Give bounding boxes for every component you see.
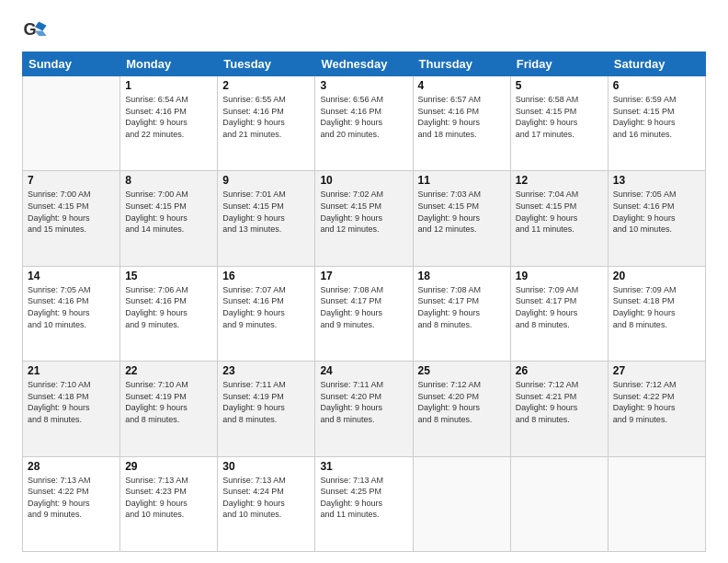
- calendar-cell: 28Sunrise: 7:13 AM Sunset: 4:22 PM Dayli…: [23, 456, 120, 551]
- day-number: 21: [28, 364, 115, 377]
- day-info: Sunrise: 7:10 AM Sunset: 4:18 PM Dayligh…: [28, 379, 115, 425]
- calendar-cell: 31Sunrise: 7:13 AM Sunset: 4:25 PM Dayli…: [315, 456, 413, 551]
- calendar-cell: 8Sunrise: 7:00 AM Sunset: 4:15 PM Daylig…: [120, 171, 218, 266]
- day-number: 15: [125, 270, 212, 282]
- day-number: 29: [125, 460, 212, 473]
- calendar-cell: 4Sunrise: 6:57 AM Sunset: 4:16 PM Daylig…: [413, 76, 510, 171]
- day-info: Sunrise: 7:02 AM Sunset: 4:15 PM Dayligh…: [320, 189, 407, 235]
- weekday-header-wednesday: Wednesday: [315, 52, 413, 76]
- day-number: 10: [320, 174, 407, 187]
- calendar-cell: 15Sunrise: 7:06 AM Sunset: 4:16 PM Dayli…: [120, 266, 218, 361]
- svg-marker-2: [35, 30, 47, 36]
- weekday-header-tuesday: Tuesday: [218, 52, 315, 76]
- calendar-cell: 17Sunrise: 7:08 AM Sunset: 4:17 PM Dayli…: [315, 266, 413, 361]
- calendar-cell: 18Sunrise: 7:08 AM Sunset: 4:17 PM Dayli…: [413, 266, 510, 361]
- calendar-cell: 14Sunrise: 7:05 AM Sunset: 4:16 PM Dayli…: [23, 266, 120, 361]
- calendar-cell: 30Sunrise: 7:13 AM Sunset: 4:24 PM Dayli…: [218, 456, 315, 551]
- weekday-header-monday: Monday: [120, 52, 218, 76]
- calendar-week-row: 21Sunrise: 7:10 AM Sunset: 4:18 PM Dayli…: [23, 362, 706, 456]
- day-number: 25: [418, 364, 506, 377]
- day-info: Sunrise: 7:04 AM Sunset: 4:15 PM Dayligh…: [516, 189, 603, 235]
- calendar-cell: 6Sunrise: 6:59 AM Sunset: 4:15 PM Daylig…: [608, 76, 705, 171]
- logo: G: [22, 17, 51, 42]
- calendar-cell: 29Sunrise: 7:13 AM Sunset: 4:23 PM Dayli…: [120, 456, 218, 551]
- logo-icon: G: [22, 17, 48, 42]
- calendar-cell: 11Sunrise: 7:03 AM Sunset: 4:15 PM Dayli…: [413, 171, 510, 266]
- calendar-cell: 26Sunrise: 7:12 AM Sunset: 4:21 PM Dayli…: [510, 362, 608, 456]
- day-number: 18: [418, 270, 506, 282]
- calendar-cell: 12Sunrise: 7:04 AM Sunset: 4:15 PM Dayli…: [510, 171, 608, 266]
- day-number: 6: [613, 79, 700, 92]
- day-info: Sunrise: 6:54 AM Sunset: 4:16 PM Dayligh…: [125, 94, 212, 140]
- day-info: Sunrise: 7:05 AM Sunset: 4:16 PM Dayligh…: [613, 189, 700, 235]
- day-number: 14: [28, 270, 115, 282]
- calendar-cell: 7Sunrise: 7:00 AM Sunset: 4:15 PM Daylig…: [23, 171, 120, 266]
- svg-text:G: G: [23, 20, 36, 39]
- calendar-week-row: 28Sunrise: 7:13 AM Sunset: 4:22 PM Dayli…: [23, 456, 706, 551]
- day-info: Sunrise: 7:00 AM Sunset: 4:15 PM Dayligh…: [125, 189, 212, 235]
- day-number: 13: [613, 174, 700, 187]
- day-number: 22: [125, 364, 212, 377]
- calendar-cell: 21Sunrise: 7:10 AM Sunset: 4:18 PM Dayli…: [23, 362, 120, 456]
- day-number: 20: [613, 270, 700, 282]
- day-info: Sunrise: 7:07 AM Sunset: 4:16 PM Dayligh…: [222, 284, 310, 330]
- calendar-cell: 25Sunrise: 7:12 AM Sunset: 4:20 PM Dayli…: [413, 362, 510, 456]
- day-info: Sunrise: 7:09 AM Sunset: 4:17 PM Dayligh…: [516, 284, 603, 330]
- day-number: 9: [222, 174, 310, 187]
- day-number: 17: [320, 270, 407, 282]
- calendar-cell: 3Sunrise: 6:56 AM Sunset: 4:16 PM Daylig…: [315, 76, 413, 171]
- svg-marker-1: [35, 22, 47, 31]
- calendar-cell: 22Sunrise: 7:10 AM Sunset: 4:19 PM Dayli…: [120, 362, 218, 456]
- day-info: Sunrise: 6:55 AM Sunset: 4:16 PM Dayligh…: [222, 94, 310, 140]
- day-info: Sunrise: 7:09 AM Sunset: 4:18 PM Dayligh…: [613, 284, 700, 330]
- day-info: Sunrise: 6:57 AM Sunset: 4:16 PM Dayligh…: [418, 94, 506, 140]
- calendar-cell: 10Sunrise: 7:02 AM Sunset: 4:15 PM Dayli…: [315, 171, 413, 266]
- calendar-cell: 19Sunrise: 7:09 AM Sunset: 4:17 PM Dayli…: [510, 266, 608, 361]
- calendar-cell: [23, 76, 120, 171]
- day-number: 28: [28, 460, 115, 473]
- day-info: Sunrise: 7:11 AM Sunset: 4:19 PM Dayligh…: [222, 379, 310, 425]
- day-info: Sunrise: 7:05 AM Sunset: 4:16 PM Dayligh…: [28, 284, 115, 330]
- day-number: 27: [613, 364, 700, 377]
- day-number: 19: [516, 270, 603, 282]
- calendar-cell: 13Sunrise: 7:05 AM Sunset: 4:16 PM Dayli…: [608, 171, 705, 266]
- day-info: Sunrise: 7:12 AM Sunset: 4:21 PM Dayligh…: [516, 379, 603, 425]
- calendar-cell: [413, 456, 510, 551]
- day-info: Sunrise: 7:00 AM Sunset: 4:15 PM Dayligh…: [28, 189, 115, 235]
- weekday-header-thursday: Thursday: [413, 52, 510, 76]
- day-info: Sunrise: 7:01 AM Sunset: 4:15 PM Dayligh…: [222, 189, 310, 235]
- header: G: [22, 17, 706, 42]
- day-number: 7: [28, 174, 115, 187]
- day-number: 24: [320, 364, 407, 377]
- calendar-cell: 9Sunrise: 7:01 AM Sunset: 4:15 PM Daylig…: [218, 171, 315, 266]
- day-info: Sunrise: 7:13 AM Sunset: 4:23 PM Dayligh…: [125, 475, 212, 521]
- calendar-cell: 5Sunrise: 6:58 AM Sunset: 4:15 PM Daylig…: [510, 76, 608, 171]
- day-number: 4: [418, 79, 506, 92]
- weekday-header-saturday: Saturday: [608, 52, 705, 76]
- calendar-cell: 23Sunrise: 7:11 AM Sunset: 4:19 PM Dayli…: [218, 362, 315, 456]
- calendar-week-row: 7Sunrise: 7:00 AM Sunset: 4:15 PM Daylig…: [23, 171, 706, 266]
- day-number: 16: [222, 270, 310, 282]
- calendar-cell: [510, 456, 608, 551]
- weekday-header-friday: Friday: [510, 52, 608, 76]
- day-number: 23: [222, 364, 310, 377]
- day-info: Sunrise: 7:13 AM Sunset: 4:25 PM Dayligh…: [320, 475, 407, 521]
- weekday-header-sunday: Sunday: [23, 52, 120, 76]
- day-number: 12: [516, 174, 603, 187]
- day-number: 30: [222, 460, 310, 473]
- day-number: 8: [125, 174, 212, 187]
- day-number: 26: [516, 364, 603, 377]
- calendar-cell: 20Sunrise: 7:09 AM Sunset: 4:18 PM Dayli…: [608, 266, 705, 361]
- day-number: 11: [418, 174, 506, 187]
- day-info: Sunrise: 7:12 AM Sunset: 4:22 PM Dayligh…: [613, 379, 700, 425]
- calendar-week-row: 14Sunrise: 7:05 AM Sunset: 4:16 PM Dayli…: [23, 266, 706, 361]
- calendar-week-row: 1Sunrise: 6:54 AM Sunset: 4:16 PM Daylig…: [23, 76, 706, 171]
- day-info: Sunrise: 7:06 AM Sunset: 4:16 PM Dayligh…: [125, 284, 212, 330]
- calendar-cell: 24Sunrise: 7:11 AM Sunset: 4:20 PM Dayli…: [315, 362, 413, 456]
- day-info: Sunrise: 7:11 AM Sunset: 4:20 PM Dayligh…: [320, 379, 407, 425]
- day-info: Sunrise: 7:08 AM Sunset: 4:17 PM Dayligh…: [320, 284, 407, 330]
- day-number: 31: [320, 460, 407, 473]
- calendar-cell: 1Sunrise: 6:54 AM Sunset: 4:16 PM Daylig…: [120, 76, 218, 171]
- day-number: 1: [125, 79, 212, 92]
- day-info: Sunrise: 7:08 AM Sunset: 4:17 PM Dayligh…: [418, 284, 506, 330]
